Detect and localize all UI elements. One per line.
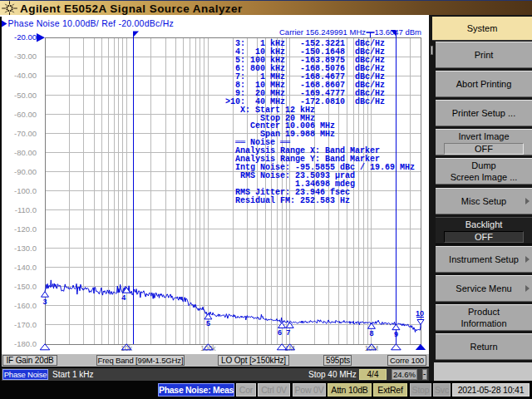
svg-text:-60.00: -60.00: [14, 110, 37, 119]
svg-text:5: 5: [206, 319, 210, 328]
svg-text:Carrier 156.249991 MHz: Carrier 156.249991 MHz: [279, 27, 366, 37]
svg-text:-70.00: -70.00: [14, 129, 37, 138]
svg-text:-150.0: -150.0: [14, 282, 37, 291]
svg-text:-120.0: -120.0: [14, 224, 37, 234]
svg-text:10M: 10M: [365, 344, 379, 352]
svg-text:13.6047 dBm: 13.6047 dBm: [375, 27, 422, 37]
svg-text:8: 8: [369, 329, 373, 337]
svg-text:-170.0: -170.0: [14, 320, 37, 329]
svg-text:-140.0: -140.0: [14, 263, 37, 272]
svg-text:-110.0: -110.0: [15, 205, 37, 214]
svg-text:-100.0: -100.0: [14, 186, 37, 195]
svg-text:-90.00: -90.00: [14, 167, 37, 176]
svg-text:4: 4: [121, 293, 126, 302]
svg-text:9: 9: [394, 330, 398, 338]
svg-text:-40.00: -40.00: [14, 71, 37, 80]
svg-text:-180.0: -180.0: [14, 339, 37, 348]
svg-text:6: 6: [278, 328, 282, 337]
svg-text:Phase Noise 10.00dB/ Ref -20.0: Phase Noise 10.00dB/ Ref -20.00dBc/Hz: [8, 18, 175, 28]
svg-text:Residual FM: 252.583 Hz: Residual FM: 252.583 Hz: [235, 196, 350, 205]
svg-text:-30.00: -30.00: [14, 52, 37, 61]
svg-text:-130.0: -130.0: [14, 244, 37, 253]
svg-text:7: 7: [286, 328, 290, 337]
svg-text:3: 3: [42, 298, 47, 306]
svg-text:-20.00: -20.00: [14, 32, 37, 42]
svg-text:-160.0: -160.0: [14, 301, 37, 310]
svg-text:-50.00: -50.00: [14, 91, 37, 100]
svg-text:-80.00: -80.00: [14, 148, 37, 157]
svg-text:10: 10: [416, 309, 424, 318]
